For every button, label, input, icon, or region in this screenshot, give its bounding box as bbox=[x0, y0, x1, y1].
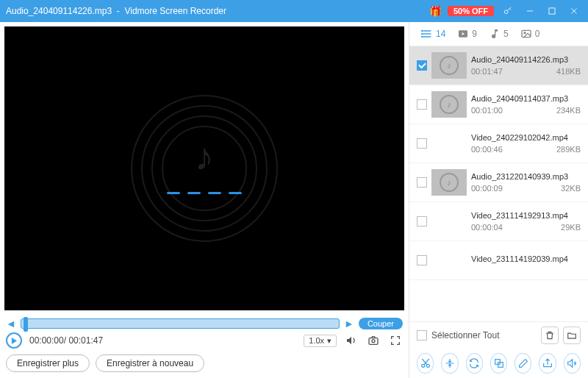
item-size: 234KB bbox=[556, 106, 581, 115]
item-duration: 00:00:09 bbox=[471, 184, 503, 193]
volume-tool-icon[interactable] bbox=[564, 353, 581, 374]
svg-rect-13 bbox=[498, 363, 503, 368]
item-filename: Audio_240409114037.mp3 bbox=[471, 94, 581, 103]
svg-rect-8 bbox=[522, 30, 531, 37]
tab-audio[interactable]: 5 bbox=[484, 26, 513, 41]
svg-rect-12 bbox=[495, 360, 500, 365]
preview-area: ♪ bbox=[4, 26, 404, 310]
fullscreen-icon[interactable] bbox=[388, 333, 403, 348]
item-filename: Audio_240409114226.mp3 bbox=[471, 55, 581, 64]
app-name: Vidmore Screen Recorder bbox=[124, 6, 226, 16]
item-checkbox[interactable] bbox=[417, 99, 427, 110]
maximize-button[interactable] bbox=[544, 3, 560, 19]
cut-button[interactable]: Couper bbox=[359, 318, 403, 329]
audio-thumbnail bbox=[431, 52, 467, 79]
item-filename: Audio_231220140939.mp3 bbox=[471, 172, 581, 181]
snapshot-icon[interactable] bbox=[366, 333, 381, 348]
item-filename: Video_240229102042.mp4 bbox=[471, 133, 581, 142]
video-thumbnail bbox=[431, 208, 467, 235]
item-checkbox[interactable] bbox=[417, 60, 427, 71]
action-toolbar bbox=[409, 349, 588, 378]
svg-point-4 bbox=[422, 30, 423, 31]
promo-badge[interactable]: 50% OFF bbox=[448, 6, 494, 16]
minimize-button[interactable] bbox=[522, 3, 538, 19]
current-filename: Audio_240409114226.mp3 bbox=[6, 6, 112, 16]
item-filename: Video_231114192039.mp4 bbox=[471, 254, 581, 263]
svg-point-0 bbox=[504, 10, 508, 14]
key-icon[interactable] bbox=[500, 3, 516, 19]
item-checkbox[interactable] bbox=[417, 138, 427, 149]
play-button[interactable] bbox=[6, 332, 22, 349]
svg-point-3 bbox=[372, 340, 375, 343]
item-size: 29KB bbox=[561, 223, 581, 232]
edit-tool-icon[interactable] bbox=[514, 353, 531, 374]
window-title: Audio_240409114226.mp3 - Vidmore Screen … bbox=[6, 6, 429, 16]
select-all-label: Sélectionner Tout bbox=[431, 330, 500, 340]
select-all-checkbox[interactable] bbox=[417, 330, 427, 340]
item-size: 418KB bbox=[556, 67, 581, 76]
list-item[interactable]: Audio_231220140939.mp300:00:0932KB bbox=[409, 163, 588, 202]
item-duration: 00:01:00 bbox=[471, 106, 503, 115]
item-duration: 00:01:47 bbox=[471, 67, 503, 76]
trim-tool-icon[interactable] bbox=[417, 353, 434, 374]
item-filename: Video_231114192913.mp4 bbox=[471, 211, 581, 220]
delete-button[interactable] bbox=[541, 327, 559, 344]
item-duration: 00:00:04 bbox=[471, 223, 503, 232]
item-size: 289KB bbox=[556, 145, 581, 154]
gift-icon[interactable]: 🎁 bbox=[429, 5, 442, 17]
audio-thumbnail bbox=[431, 169, 467, 196]
video-thumbnail bbox=[431, 247, 467, 274]
svg-point-5 bbox=[422, 33, 423, 34]
audio-thumbnail bbox=[431, 91, 467, 118]
list-item[interactable]: Video_231114192039.mp4 bbox=[409, 241, 588, 280]
list-item[interactable]: Video_231114192913.mp400:00:0429KB bbox=[409, 202, 588, 241]
item-duration: 00:00:46 bbox=[471, 145, 503, 154]
chevron-down-icon: ▾ bbox=[327, 336, 331, 346]
open-folder-button[interactable] bbox=[563, 327, 581, 344]
tab-video[interactable]: 9 bbox=[453, 26, 481, 41]
speed-selector[interactable]: 1.0x▾ bbox=[304, 335, 337, 347]
close-button[interactable] bbox=[566, 3, 582, 19]
list-item[interactable]: Audio_240409114037.mp300:01:00234KB bbox=[409, 85, 588, 124]
list-item[interactable]: Video_240229102042.mp400:00:46289KB bbox=[409, 124, 588, 163]
timeline-slider[interactable] bbox=[21, 318, 340, 329]
svg-rect-2 bbox=[369, 338, 378, 345]
compress-tool-icon[interactable] bbox=[441, 353, 458, 374]
share-tool-icon[interactable] bbox=[539, 353, 556, 374]
titlebar: Audio_240409114226.mp3 - Vidmore Screen … bbox=[0, 0, 588, 22]
save-more-button[interactable]: Enregistrer plus bbox=[6, 354, 90, 372]
file-list[interactable]: Audio_240409114226.mp300:01:47418KBAudio… bbox=[409, 46, 588, 321]
svg-point-6 bbox=[422, 36, 423, 37]
item-checkbox[interactable] bbox=[417, 216, 427, 227]
item-checkbox[interactable] bbox=[417, 255, 427, 265]
audio-visual-placeholder: ♪ bbox=[131, 95, 278, 242]
svg-rect-1 bbox=[549, 8, 555, 14]
volume-icon[interactable] bbox=[344, 333, 359, 348]
item-checkbox[interactable] bbox=[417, 177, 427, 188]
tab-image[interactable]: 0 bbox=[516, 26, 545, 41]
filter-tabs: 14 9 5 0 bbox=[409, 22, 588, 46]
svg-point-9 bbox=[524, 32, 526, 34]
merge-tool-icon[interactable] bbox=[490, 353, 507, 374]
trim-start-icon[interactable]: ◄ bbox=[6, 318, 16, 329]
tab-all[interactable]: 14 bbox=[417, 26, 450, 41]
music-note-icon: ♪ bbox=[195, 135, 214, 179]
save-again-button[interactable]: Enregistrer à nouveau bbox=[96, 354, 204, 372]
list-item[interactable]: Audio_240409114226.mp300:01:47418KB bbox=[409, 46, 588, 85]
time-display: 00:00:00/ 00:01:47 bbox=[29, 335, 103, 346]
item-size: 32KB bbox=[561, 184, 581, 193]
convert-tool-icon[interactable] bbox=[466, 353, 483, 374]
trim-end-icon[interactable]: ► bbox=[344, 318, 354, 329]
video-thumbnail bbox=[431, 130, 467, 157]
